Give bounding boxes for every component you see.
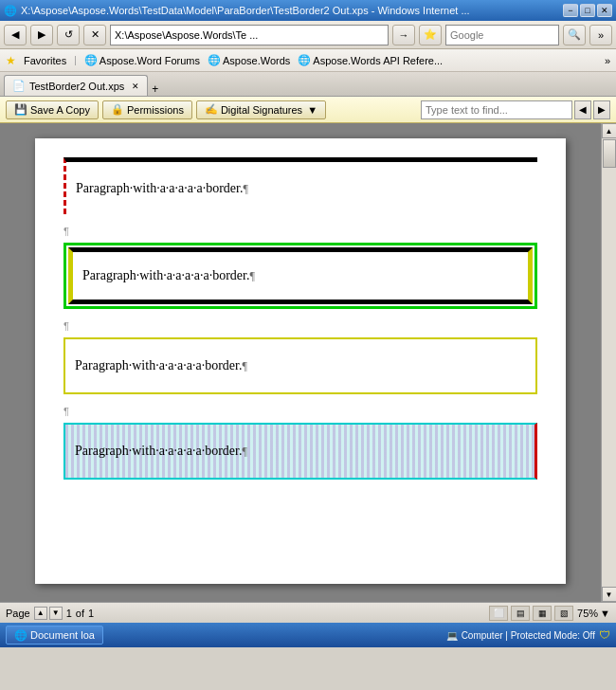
maximize-button[interactable]: □ xyxy=(580,4,595,17)
find-prev-button[interactable]: ◀ xyxy=(574,100,591,119)
layout-icon-2[interactable]: ▤ xyxy=(511,606,530,621)
para-text-2: Paragraph·with·a·a·a·a·a·border.¶ xyxy=(82,266,255,285)
status-bar: Page ▲ ▼ 1 of 1 ⬜ ▤ ▦ ▧ 75% ▼ xyxy=(0,602,616,623)
tab-close-icon[interactable]: ✕ xyxy=(132,82,139,91)
page-current: 1 xyxy=(66,608,72,619)
permissions-icon: 🔒 xyxy=(111,103,124,116)
shield-icon: 🛡 xyxy=(599,628,610,642)
scroll-thumb[interactable] xyxy=(603,139,616,168)
zoom-dropdown-icon[interactable]: ▼ xyxy=(600,608,610,619)
scroll-track[interactable] xyxy=(602,138,617,587)
digital-signatures-label: Digital Signatures xyxy=(221,104,302,116)
taskbar-label: Document loa xyxy=(30,629,95,641)
page-label: Page xyxy=(6,608,30,619)
para-mark-3: ¶ xyxy=(63,406,537,417)
favorites-bar: ★ Favorites | 🌐 Aspose.Word Forums 🌐 Asp… xyxy=(0,49,616,72)
page-area: Paragraph·with·a·a·a·a·a·border.¶ ¶ Para… xyxy=(0,123,601,602)
para-text-3: Paragraph·with·a·a·a·a·a·border.¶ xyxy=(75,356,247,375)
page-down-button[interactable]: ▼ xyxy=(49,607,63,620)
tab-bar: 📄 TestBorder2 Out.xps ✕ + xyxy=(0,72,616,97)
fav-aspose-forums[interactable]: 🌐 Aspose.Word Forums xyxy=(84,54,200,66)
favorites-button[interactable]: ⭐ xyxy=(419,25,442,45)
taskbar-icon: 🌐 xyxy=(14,629,27,642)
forward-button[interactable]: ▶ xyxy=(30,25,53,45)
layout-icon-1[interactable]: ⬜ xyxy=(489,606,508,621)
paragraph-block-2: Paragraph·with·a·a·a·a·a·border.¶ xyxy=(63,243,537,309)
protected-mode-label: Computer | Protected Mode: Off xyxy=(462,630,595,641)
dropdown-arrow-icon: ▼ xyxy=(307,104,317,116)
para-box-1: Paragraph·with·a·a·a·a·a·border.¶ xyxy=(63,157,537,214)
status-left: Page ▲ ▼ 1 of 1 xyxy=(6,607,94,620)
favorites-label[interactable]: Favorites xyxy=(24,55,66,66)
close-button[interactable]: ✕ xyxy=(597,4,612,17)
fav-icon-1: 🌐 xyxy=(84,54,98,66)
status-right: ⬜ ▤ ▦ ▧ 75% ▼ xyxy=(489,606,610,621)
tab-icon: 📄 xyxy=(12,80,26,92)
para-text-1: Paragraph·with·a·a·a·a·a·border.¶ xyxy=(76,179,248,198)
status-icons: ⬜ ▤ ▦ ▧ xyxy=(489,606,573,621)
tab-label: TestBorder2 Out.xps xyxy=(29,81,124,92)
find-input[interactable] xyxy=(421,100,572,119)
document-page: Paragraph·with·a·a·a·a·a·border.¶ ¶ Para… xyxy=(35,138,566,584)
favorites-star-icon: ★ xyxy=(6,54,16,67)
layout-icon-4[interactable]: ▧ xyxy=(554,606,573,621)
save-icon: 💾 xyxy=(14,103,27,116)
zoom-control: 75% ▼ xyxy=(577,608,610,619)
active-tab[interactable]: 📄 TestBorder2 Out.xps ✕ xyxy=(4,75,148,96)
computer-icon: 💻 xyxy=(446,630,458,641)
fav-aspose-words[interactable]: 🌐 Aspose.Words xyxy=(208,54,290,66)
nav-expand[interactable]: » xyxy=(589,25,612,45)
fav-icon-3: 🌐 xyxy=(298,54,311,66)
scroll-up-button[interactable]: ▲ xyxy=(602,123,617,138)
window-title: X:\Aspose\Aspose.Words\TestData\Model\Pa… xyxy=(21,5,470,16)
content-area: Paragraph·with·a·a·a·a·a·border.¶ ¶ Para… xyxy=(0,123,616,602)
permissions-button[interactable]: 🔒 Permissions xyxy=(102,100,192,119)
minimize-button[interactable]: − xyxy=(563,4,578,17)
layout-icon-3[interactable]: ▦ xyxy=(533,606,552,621)
stop-button[interactable]: ✕ xyxy=(83,25,106,45)
find-next-button[interactable]: ▶ xyxy=(593,100,610,119)
digital-signatures-button[interactable]: ✍ Digital Signatures ▼ xyxy=(196,100,326,119)
zoom-label: 75% xyxy=(577,608,598,619)
ie-logo-icon: 🌐 xyxy=(4,5,17,17)
paragraph-block-4: Paragraph·with·a·a·a·a·a·border.¶ xyxy=(63,423,537,480)
permissions-label: Permissions xyxy=(127,104,184,116)
info-bar: 💾 Save A Copy 🔒 Permissions ✍ Digital Si… xyxy=(0,97,616,123)
paragraph-block-3: Paragraph·with·a·a·a·a·a·border.¶ xyxy=(63,337,537,394)
go-button[interactable]: → xyxy=(392,25,415,45)
refresh-button[interactable]: ↺ xyxy=(57,25,80,45)
para-text-4: Paragraph·with·a·a·a·a·a·border.¶ xyxy=(75,442,247,461)
taskbar-ie-item[interactable]: 🌐 Document loa xyxy=(6,626,103,645)
digital-sig-icon: ✍ xyxy=(205,103,218,116)
paragraph-block-1: Paragraph·with·a·a·a·a·a·border.¶ xyxy=(63,157,537,214)
fav-icon-2: 🌐 xyxy=(208,54,221,66)
para-box-2-outer: Paragraph·with·a·a·a·a·a·border.¶ xyxy=(63,243,537,309)
nav-bar: ◀ ▶ ↺ ✕ → ⭐ 🔍 » xyxy=(0,21,616,49)
fav-aspose-api[interactable]: 🌐 Aspose.Words API Refere... xyxy=(298,54,443,66)
search-button[interactable]: 🔍 xyxy=(563,25,586,45)
scroll-down-button[interactable]: ▼ xyxy=(602,587,617,602)
page-of-label: of xyxy=(76,608,84,619)
address-bar[interactable] xyxy=(110,25,389,45)
new-tab-button[interactable]: + xyxy=(152,82,158,96)
vertical-scrollbar[interactable]: ▲ ▼ xyxy=(601,123,616,602)
page-navigation: ▲ ▼ xyxy=(34,607,63,620)
save-copy-label: Save A Copy xyxy=(30,104,90,116)
page-up-button[interactable]: ▲ xyxy=(34,607,47,620)
find-bar: ◀ ▶ xyxy=(421,100,610,119)
para-box-4: Paragraph·with·a·a·a·a·a·border.¶ xyxy=(63,423,537,480)
taskbar: 🌐 Document loa 💻 Computer | Protected Mo… xyxy=(0,623,616,647)
search-bar[interactable] xyxy=(445,25,559,45)
save-copy-button[interactable]: 💾 Save A Copy xyxy=(6,100,99,119)
back-button[interactable]: ◀ xyxy=(4,25,27,45)
para-mark-1: ¶ xyxy=(63,226,537,237)
para-box-3: Paragraph·with·a·a·a·a·a·border.¶ xyxy=(63,337,537,394)
title-bar-left: 🌐 X:\Aspose\Aspose.Words\TestData\Model\… xyxy=(4,5,470,17)
title-bar: 🌐 X:\Aspose\Aspose.Words\TestData\Model\… xyxy=(0,0,616,21)
page-total: 1 xyxy=(88,608,94,619)
para-mark-2: ¶ xyxy=(63,320,537,332)
para-box-2-inner: Paragraph·with·a·a·a·a·a·border.¶ xyxy=(68,247,533,304)
title-bar-controls[interactable]: − □ ✕ xyxy=(563,4,612,17)
taskbar-right: 💻 Computer | Protected Mode: Off 🛡 xyxy=(446,628,610,642)
fav-expand[interactable]: » xyxy=(605,55,610,66)
